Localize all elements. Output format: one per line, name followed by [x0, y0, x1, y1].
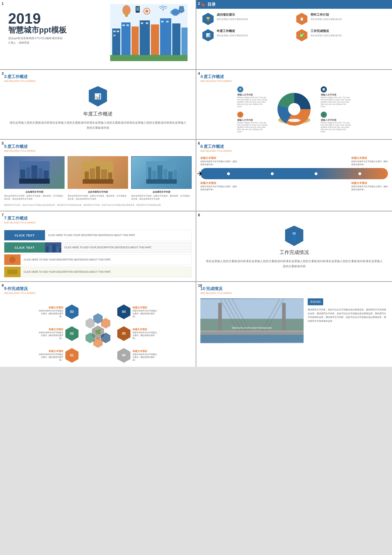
slide-number-4: 4 [198, 72, 200, 76]
slide-number-2: 2 [198, 2, 200, 6]
slide9-num: 9 [4, 286, 7, 291]
hex-desc-05: 此部分内容作为文字排版点位显示（建议使用主题字体） [133, 331, 157, 340]
legend-icon-2: 📊 [321, 86, 327, 93]
hex-title-04: 标题文本预设 [133, 306, 157, 309]
slide10-text-block: 添加你的 测试填写文字内容，此处可以以文字排版合适位置请这里，测试填写文字内容请… [308, 298, 388, 343]
hex-desc-03: 此部分内容作为文字排版点位显示（建议使用主题字体） [39, 309, 63, 318]
slide-number-7: 7 [2, 213, 4, 217]
slide3-add-label: ADD RELATED TITLE WORDS [4, 80, 36, 82]
timeline-title-bot-1: 标题文本预设 [200, 181, 237, 185]
photo-1 [4, 156, 65, 189]
slide3-main-title: 年度工作概述 [8, 111, 188, 117]
slide10-btn-text: 添加你的 [310, 300, 321, 303]
legend-desc-3: Please replace this text. You are free a… [237, 122, 268, 133]
hex-title-01: 标题文本预设 [39, 350, 63, 353]
slide10-section: 完成情况 [206, 286, 222, 292]
hex-text-01: 标题文本预设 此部分内容作为文字排版点位显示（建议使用主题字体） [39, 350, 63, 362]
slide-7: 7 7 度工作概述 ADD RELATED TITLE WORDS CLICK … [0, 212, 196, 281]
click-description-3: CLICK HERE TO ADD YOUR DESCRIPITON SENTE… [21, 258, 191, 261]
hex-title-05: 标题文本预设 [133, 328, 157, 331]
menu-text-2: 明年工作计划 请在这里输入您的主要叙述内容 [311, 13, 342, 21]
slide9-sec-header: 9 作完成情况 [4, 286, 192, 292]
cityscape-svg-3 [146, 161, 177, 184]
click-image-3 [4, 254, 21, 265]
hex-desc-04: 此部分内容作为文字排版点位显示（建议使用主题字体） [133, 309, 157, 318]
svg-rect-58 [52, 244, 56, 253]
slide-3: 3 3 度工作概述 ADD RELATED TITLE WORDS 📊 年度工作… [0, 70, 196, 139]
slide3-shield-icon: 📊 [89, 86, 107, 107]
slide-number-1: 1 [2, 2, 4, 6]
hex-badge-01: 01 [65, 348, 79, 363]
menu-item-4: ✅ 工作完成情况 请在这里输入您的主要叙述内容 [296, 29, 386, 41]
slide5-num: 5 [4, 144, 7, 149]
slide5-sec-header: 5 度工作概述 [4, 144, 192, 149]
timeline-item-bot-2: 标题文本预设 此部分内容作为文字排版占位显示（建议使用主题字体） [351, 181, 388, 191]
photo-3 [131, 156, 192, 189]
svg-rect-39 [19, 179, 50, 184]
timeline-title-bot-2: 标题文本预设 [351, 181, 388, 185]
legend-desc-2: Please replace this text. You are free a… [321, 96, 351, 108]
hex-item-02: 标题文本预设 此部分内容作为文字排版点位显示（建议使用主题字体） 02 [39, 326, 79, 341]
cityscape-svg-2 [83, 161, 113, 184]
slide3-num: 3 [4, 74, 7, 79]
hex-item-06: 06 标题文本预设 此部分内容作为文字排版点位显示（建议使用主题字体） [117, 348, 157, 363]
click-image-2 [45, 242, 61, 253]
slide6-timeline: 标题文本预设 此部分内容作为文字排版占位显示（建议使用主题字体） 标题文本预设 … [200, 156, 388, 191]
hex-num-05: 05 [122, 332, 126, 336]
svg-rect-81 [218, 303, 222, 335]
menu-title-3: 年度工作概述 [217, 29, 248, 33]
timeline-dot-2 [271, 172, 274, 175]
slide5-section: 度工作概述 [7, 144, 28, 149]
slide4-sec-header: 4 度工作概述 [200, 74, 388, 80]
menu-text-1: 成功项目展示 请在这里输入您的主要叙述内容 [217, 13, 248, 21]
slide4-left-legends: 💡 请输入文字内容 Please replace this text. You … [237, 86, 268, 133]
hex-badge-03: 03 [65, 305, 79, 319]
menu-badge-1: 🏆 [203, 13, 214, 25]
slide10-add-btn[interactable]: 添加你的 [308, 298, 323, 305]
slide6-items-bot: 标题文本预设 此部分内容作为文字排版占位显示（建议使用主题字体） 标题文本预设 … [200, 181, 388, 191]
svg-rect-64 [7, 270, 17, 274]
slide3-header: 3 度工作概述 ADD RELATED TITLE WORDS [4, 74, 36, 82]
slide1-year: 2019 [8, 10, 188, 27]
hex-flower-svg: 🌿 [82, 312, 114, 349]
slide4-right-legends: 📊 请输入文字内容 Please replace this text. You … [321, 86, 351, 133]
row4-img-svg [4, 267, 21, 277]
slide7-num: 7 [4, 215, 7, 221]
hex-num-06: 06 [122, 354, 126, 357]
hex-left-col: 标题文本预设 此部分内容作为文字排版点位显示（建议使用主题字体） 03 标题文本… [39, 305, 79, 363]
slide4-pie-chart [274, 89, 315, 130]
click-label-2[interactable]: CLICK TEXT [4, 242, 45, 253]
row2-img-svg [45, 242, 61, 253]
legend-title-1: 请输入文字内容 [237, 93, 268, 96]
menu-desc-4: 请在这里输入您的主要叙述内容 [311, 34, 342, 37]
hex-text-04: 标题文本预设 此部分内容作为文字排版点位显示（建议使用主题字体） [133, 306, 157, 318]
slide-4: 4 4 度工作概述 ADD RELATED TITLE WORDS 💡 请输入文… [196, 70, 392, 139]
slide7-sec-header: 7 度工作概述 [4, 215, 192, 221]
pie-svg [274, 89, 315, 130]
timeline-item-bot-1: 标题文本预设 此部分内容作为文字排版占位显示（建议使用主题字体） [200, 181, 237, 191]
timeline-item-top-1: 标题文本预设 此部分内容作为文字排版占位显示（建议使用主题字体） [200, 156, 237, 166]
svg-rect-82 [282, 303, 286, 335]
menu-title-4: 工作完成情况 [311, 29, 342, 33]
legend-icon-1: 💡 [237, 86, 243, 93]
legend-title-3: 请输入文字内容 [237, 118, 268, 122]
slide2-header-text: 目录 [208, 2, 216, 7]
hex-title-06: 标题文本预设 [133, 350, 157, 353]
slide-number-10: 10 [198, 284, 202, 288]
photo-2 [68, 156, 128, 189]
photo-desc-1: 请在这里填写文字说明，如果文字比较多，建议使用，文字排版合适位置，请在这里填写文… [4, 194, 65, 200]
timeline-item-top-2: 标题文本预设 此部分内容作为文字排版占位显示（建议使用主题字体） [351, 156, 388, 166]
click-label-1[interactable]: CLICK TEXT [4, 230, 45, 240]
slide7-add-label: ADD RELATED TITLE WORDS [4, 221, 192, 224]
svg-point-32 [288, 119, 300, 122]
slide8-main-title: 工作完成情况 [204, 249, 384, 256]
slide1-title: 智慧城市ppt模板 [8, 25, 188, 35]
click-row-1: CLICK TEXT CLICK HERE TO ADD YOUR DESCRI… [4, 230, 192, 241]
slide1-author: 汇报人：诺格资源 [8, 41, 188, 45]
slide3-content: 📊 年度工作概述 请在这里输入您的主要叙述内容请在这里输入您的主要叙述内容请在这… [8, 86, 188, 130]
slide2-menu-grid: 🏆 成功项目展示 请在这里输入您的主要叙述内容 📋 明年工作计划 请在这里输入您… [196, 13, 392, 41]
menu-desc-1: 请在这里输入您的主要叙述内容 [217, 17, 248, 21]
slide-number-5: 5 [2, 141, 4, 146]
timeline-desc-bot-1: 此部分内容作为文字排版占位显示（建议使用主题字体） [200, 185, 237, 191]
timeline-track-container: ✈ [200, 168, 388, 179]
